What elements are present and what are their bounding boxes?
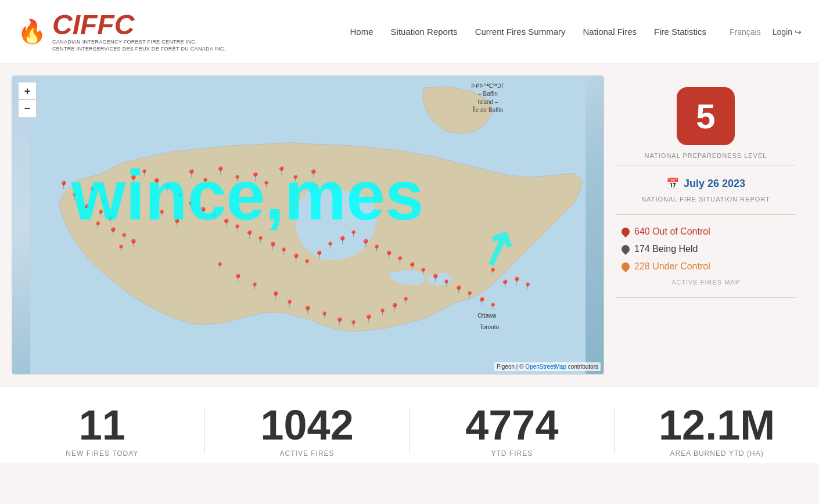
nav-current-fires-summary[interactable]: Current Fires Summary bbox=[475, 27, 566, 37]
new-fires-label: NEW FIRES TODAY bbox=[66, 449, 138, 458]
under-control-dot bbox=[620, 261, 631, 272]
stats-bar: 11 NEW FIRES TODAY 1042 ACTIVE FIRES 477… bbox=[0, 386, 819, 463]
zoom-in-button[interactable]: + bbox=[19, 82, 36, 100]
login-button[interactable]: Login ↪ bbox=[773, 27, 802, 37]
logo-line2: CENTRE INTERSERVICES DES FEUX DE FORÊT D… bbox=[52, 46, 226, 53]
area-burned-label: AREA BURNED YTD (HA) bbox=[670, 449, 764, 458]
active-fires-label: ACTIVE FIRES bbox=[280, 449, 335, 458]
preparedness-badge: 5 bbox=[677, 87, 735, 145]
report-date-label: NATIONAL FIRE SITUATION REPORT bbox=[641, 196, 770, 203]
toronto-label: Toronto bbox=[480, 324, 499, 330]
nav-home[interactable]: Home bbox=[350, 27, 373, 37]
stat-area-burned: 12.1M AREA BURNED YTD (HA) bbox=[615, 404, 819, 458]
active-fires-count: 1042 bbox=[261, 404, 354, 446]
canada-map-svg bbox=[12, 76, 604, 374]
stat-ytd-fires: 4774 YTD FIRES bbox=[410, 404, 615, 458]
flame-icon: 🔥 bbox=[17, 18, 46, 45]
main-content: wince,mes ᐅᑭᐅᖅᑕᖅᑐᒥ– BaffinIsland –Île de… bbox=[0, 64, 819, 386]
being-held-label: 174 Being Held bbox=[634, 244, 698, 254]
ytd-fires-label: YTD FIRES bbox=[491, 449, 533, 458]
preparedness-number: 5 bbox=[696, 96, 715, 136]
report-date-link[interactable]: 📅 July 26 2023 bbox=[666, 177, 745, 190]
zoom-out-button[interactable]: − bbox=[19, 100, 36, 117]
being-held-dot bbox=[620, 243, 631, 255]
right-panel: 5 NATIONAL PREPAREDNESS LEVEL 📅 July 26 … bbox=[604, 75, 807, 298]
header-nav-row: Home Situation Reports Current Fires Sum… bbox=[350, 27, 802, 37]
map-background: wince,mes ᐅᑭᐅᖅᑕᖅᑐᒥ– BaffinIsland –Île de… bbox=[12, 76, 604, 374]
area-burned-count: 12.1M bbox=[659, 404, 775, 446]
stat-active-fires: 1042 ACTIVE FIRES bbox=[205, 404, 410, 458]
report-date-box: 📅 July 26 2023 NATIONAL FIRE SITUATION R… bbox=[616, 165, 796, 215]
ytd-fires-count: 4774 bbox=[465, 404, 558, 446]
under-control-item[interactable]: 228 Under Control bbox=[622, 261, 790, 272]
active-fires-map-label: ACTIVE FIRES MAP bbox=[622, 279, 790, 286]
nav-situation-reports[interactable]: Situation Reports bbox=[391, 27, 458, 37]
stat-new-fires: 11 NEW FIRES TODAY bbox=[0, 404, 204, 458]
map-attribution: Pigeon | © OpenStreetMap contributors bbox=[494, 362, 601, 371]
language-toggle[interactable]: Français bbox=[730, 27, 761, 37]
calendar-icon: 📅 bbox=[666, 177, 679, 190]
preparedness-level-box: 5 NATIONAL PREPAREDNESS LEVEL bbox=[616, 75, 796, 165]
fire-status-box: 640 Out of Control 174 Being Held 228 Un… bbox=[616, 215, 796, 298]
logo-line1: CANADIAN INTERAGENCY FOREST FIRE CENTRE … bbox=[52, 39, 226, 46]
nav-fire-statistics[interactable]: Fire Statistics bbox=[654, 27, 706, 37]
map-container[interactable]: wince,mes ᐅᑭᐅᖅᑕᖅᑐᒥ– BaffinIsland –Île de… bbox=[12, 75, 604, 375]
ottawa-label: Ottawa bbox=[477, 312, 496, 319]
header-right: Français Login ↪ bbox=[730, 27, 802, 37]
nav-national-fires[interactable]: National Fires bbox=[583, 27, 637, 37]
logo-acronym[interactable]: CIFFC bbox=[52, 11, 226, 39]
being-held-item[interactable]: 174 Being Held bbox=[622, 244, 790, 254]
out-of-control-label: 640 Out of Control bbox=[634, 226, 710, 237]
new-fires-count: 11 bbox=[79, 404, 125, 446]
out-of-control-item[interactable]: 640 Out of Control bbox=[622, 226, 790, 237]
site-header: 🔥 CIFFC CANADIAN INTERAGENCY FOREST FIRE… bbox=[0, 0, 819, 64]
login-arrow-icon: ↪ bbox=[795, 27, 802, 37]
map-zoom-controls[interactable]: + − bbox=[18, 82, 37, 118]
logo-area: 🔥 CIFFC CANADIAN INTERAGENCY FOREST FIRE… bbox=[17, 11, 226, 52]
under-control-label: 228 Under Control bbox=[634, 261, 710, 272]
baffin-island-label: ᐅᑭᐅᖅᑕᖅᑐᒥ– BaffinIsland –Île de Baffin bbox=[471, 82, 505, 114]
preparedness-label: NATIONAL PREPAREDNESS LEVEL bbox=[645, 152, 767, 159]
out-of-control-dot bbox=[620, 226, 631, 237]
main-nav: Home Situation Reports Current Fires Sum… bbox=[350, 27, 707, 37]
logo-text: CIFFC CANADIAN INTERAGENCY FOREST FIRE C… bbox=[52, 11, 226, 52]
report-date: July 26 2023 bbox=[684, 178, 745, 190]
